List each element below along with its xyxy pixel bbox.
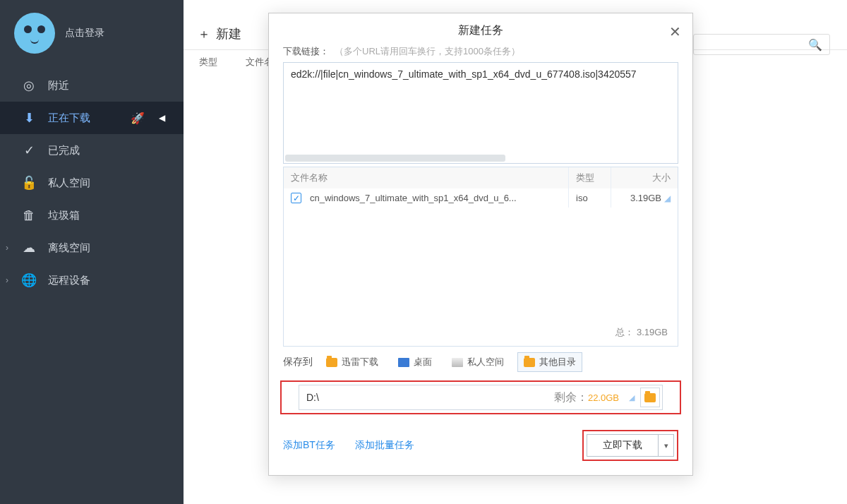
path-input[interactable]: D:\ <box>299 392 554 403</box>
file-row[interactable]: ✓ cn_windows_7_ultimate_with_sp1_x64_dvd… <box>284 188 678 208</box>
col-type: 类型 <box>199 56 217 68</box>
sidebar-item-label: 已完成 <box>48 144 80 157</box>
col-size: 大小 <box>611 167 678 188</box>
trash-icon: 🗑 <box>21 208 37 223</box>
save-other-button[interactable]: 其他目录 <box>517 352 582 372</box>
path-annotation-box: D:\ 剩余： 22.0GB ◢ <box>280 380 681 414</box>
location-icon: ◎ <box>21 78 37 93</box>
new-task-button[interactable]: ＋ 新建 <box>198 25 241 42</box>
boost-icon[interactable]: 🚀 <box>131 112 145 125</box>
download-dropdown-button[interactable]: ▾ <box>659 434 674 457</box>
safe-icon <box>452 358 463 367</box>
dialog-title: 新建任务 <box>458 24 503 36</box>
add-batch-link[interactable]: 添加批量任务 <box>355 439 414 452</box>
url-label: 下载链接： <box>283 45 329 58</box>
file-size: 3.19GB <box>630 193 661 203</box>
desktop-icon <box>398 358 409 367</box>
sidebar-item-private[interactable]: ›🔓 私人空间 <box>0 167 184 199</box>
col-filename: 文件名称 <box>284 167 569 188</box>
file-table: 文件名称 类型 大小 ✓ cn_windows_7_ultimate_with_… <box>283 167 678 347</box>
folder-icon <box>524 358 535 367</box>
folder-icon <box>326 358 337 367</box>
sidebar-item-remote[interactable]: ›🌐 远程设备 <box>0 264 184 296</box>
browse-button[interactable] <box>640 388 660 407</box>
search-input[interactable]: 🔍 <box>693 34 830 55</box>
lock-icon: 🔓 <box>21 175 37 191</box>
file-name: cn_windows_7_ultimate_with_sp1_x64_dvd_u… <box>310 193 517 203</box>
sidebar-item-completed[interactable]: ›✓ 已完成 <box>0 134 184 167</box>
avatar[interactable] <box>14 13 55 54</box>
download-now-button[interactable]: 立即下载 <box>587 434 659 457</box>
sidebar-item-label: 远程设备 <box>48 274 90 287</box>
sidebar-item-label: 离线空间 <box>48 241 90 255</box>
globe-icon: 🌐 <box>21 272 37 288</box>
url-textarea[interactable]: ed2k://|file|cn_windows_7_ultimate_with_… <box>283 62 678 164</box>
add-bt-link[interactable]: 添加BT任务 <box>283 439 335 452</box>
login-link[interactable]: 点击登录 <box>65 27 104 40</box>
download-icon: ⬇ <box>21 110 37 126</box>
new-task-dialog: 新建任务 ✕ 下载链接： （多个URL请用回车换行，支持1000条任务） ed2… <box>268 13 693 476</box>
close-icon[interactable]: ✕ <box>669 23 681 40</box>
file-checkbox[interactable]: ✓ <box>291 193 301 203</box>
sidebar-item-label: 正在下载 <box>48 112 90 125</box>
sidebar-item-downloading[interactable]: ›⬇ 正在下载 🚀 <box>0 102 184 134</box>
sidebar-item-label: 垃圾箱 <box>48 209 80 222</box>
save-private-button[interactable]: 私人空间 <box>445 352 510 372</box>
sidebar-item-label: 附近 <box>48 79 69 92</box>
save-desktop-button[interactable]: 桌面 <box>392 352 438 372</box>
sidebar-item-nearby[interactable]: ›◎ 附近 <box>0 69 184 102</box>
sidebar-item-label: 私人空间 <box>48 176 90 190</box>
plus-icon: ＋ <box>198 25 210 42</box>
sidebar: 点击登录 ›◎ 附近 ›⬇ 正在下载 🚀 ›✓ 已完成 ›🔓 私人空间 ›🗑 垃… <box>0 0 184 504</box>
chevron-down-icon[interactable]: ◢ <box>623 393 640 402</box>
url-value: ed2k://|file|cn_windows_7_ultimate_with_… <box>291 68 637 80</box>
col-type: 类型 <box>569 167 611 188</box>
download-annotation-box: 立即下载 ▾ <box>582 430 678 461</box>
total-size: 3.19GB <box>637 327 668 337</box>
folder-icon <box>644 393 656 402</box>
free-space-value: 22.0GB <box>588 392 623 403</box>
check-icon: ✓ <box>21 143 37 158</box>
search-icon: 🔍 <box>808 38 822 52</box>
url-hint: （多个URL请用回车换行，支持1000条任务） <box>335 45 520 58</box>
file-type: iso <box>569 188 611 208</box>
sidebar-item-offline[interactable]: ›☁ 离线空间 <box>0 232 184 264</box>
save-to-label: 保存到 <box>283 356 313 368</box>
sidebar-item-trash[interactable]: ›🗑 垃圾箱 <box>0 199 184 232</box>
horizontal-scrollbar[interactable] <box>285 155 505 162</box>
save-xunlei-button[interactable]: 迅雷下载 <box>320 352 385 372</box>
total-label: 总： <box>615 327 634 337</box>
new-button-label: 新建 <box>216 25 241 42</box>
cloud-icon: ☁ <box>21 240 37 256</box>
free-label: 剩余： <box>554 390 588 405</box>
